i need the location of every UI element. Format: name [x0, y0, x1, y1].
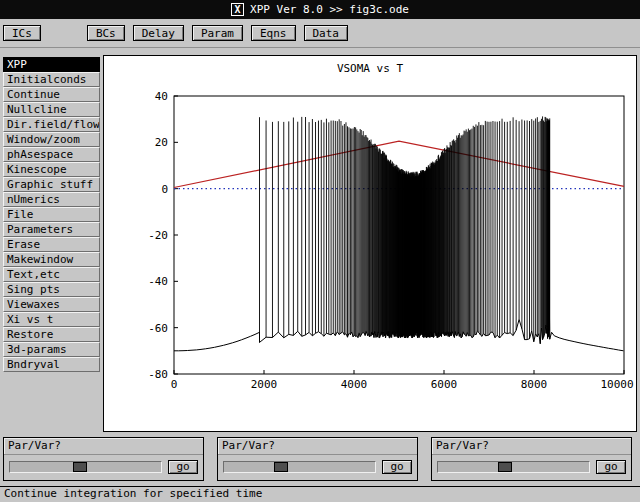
go-button-1[interactable]: go [168, 460, 198, 474]
menu-item-xpp[interactable]: XPP [3, 57, 100, 72]
menu-item-restore[interactable]: Restore [3, 327, 100, 342]
x-tick-label: 10000 [600, 378, 633, 391]
x-tick-label: 6000 [431, 378, 458, 391]
slider-row-3: go [432, 455, 631, 474]
plot-window: 020004000600080001000040200-20-40-60-80 … [103, 55, 637, 432]
y-tick-label: -20 [148, 229, 168, 242]
menu-item-file[interactable]: File [3, 207, 100, 222]
menu-item-text-etc[interactable]: Text,etc [3, 267, 100, 282]
menu-item-initialconds[interactable]: Initialconds [3, 72, 100, 87]
menu-item-xi-vs-t[interactable]: Xi vs t [3, 312, 100, 327]
go-button-3[interactable]: go [596, 460, 626, 474]
toolbar-button-bcs[interactable]: BCs [87, 25, 125, 41]
x-tick-label: 8000 [521, 378, 548, 391]
slider-row-2: go [218, 455, 417, 474]
parvar-field-3[interactable]: Par/Var? [432, 438, 631, 455]
slider-panel-2: Par/Var?go [217, 437, 418, 481]
plot-canvas[interactable]: 020004000600080001000040200-20-40-60-80 [104, 56, 636, 431]
menu-item-window-zoom[interactable]: Window/zoom [3, 132, 100, 147]
menu-item-viewaxes[interactable]: Viewaxes [3, 297, 100, 312]
menu-item-makewindow[interactable]: Makewindow [3, 252, 100, 267]
menu-item-nullcline[interactable]: Nullcline [3, 102, 100, 117]
plot-title: VSOMA vs T [104, 62, 636, 75]
menu-item-graphic-stuff[interactable]: Graphic stuff [3, 177, 100, 192]
x-tick-label: 2000 [251, 378, 278, 391]
toolbar-button-eqns[interactable]: Eqns [251, 25, 296, 41]
window-title: XPP Ver 8.0 >> fig3c.ode [250, 3, 409, 16]
toolbar: ICsBCsDelayParamEqnsData [0, 19, 640, 48]
y-tick-label: 40 [155, 90, 168, 103]
slider-row-1: go [4, 455, 203, 474]
x-tick-label: 4000 [341, 378, 368, 391]
main-menu: XPPInitialcondsContinueNullclineDir.fiel… [3, 57, 100, 372]
menu-item-numerics[interactable]: nUmerics [3, 192, 100, 207]
y-tick-label: -40 [148, 275, 168, 288]
parvar-field-1[interactable]: Par/Var? [4, 438, 203, 455]
slider-handle-2[interactable] [274, 462, 288, 472]
toolbar-button-ics[interactable]: ICs [3, 25, 41, 41]
menu-item-parameters[interactable]: Parameters [3, 222, 100, 237]
y-tick-label: -80 [148, 368, 168, 381]
status-bar: Continue integration for specified time [0, 486, 640, 502]
toolbar-button-delay[interactable]: Delay [133, 25, 184, 41]
slider-handle-3[interactable] [498, 462, 512, 472]
y-tick-label: 0 [161, 183, 168, 196]
slider-track-2[interactable] [223, 461, 376, 473]
menu-item-dir-field-flow[interactable]: Dir.field/flow [3, 117, 100, 132]
parameter-sliders: Par/Var?goPar/Var?goPar/Var?go [0, 437, 640, 481]
y-tick-label: 20 [155, 136, 168, 149]
toolbar-button-data[interactable]: Data [304, 25, 349, 41]
xpp-main-window: X XPP Ver 8.0 >> fig3c.ode ICsBCsDelayPa… [0, 0, 640, 502]
menu-item-erase[interactable]: Erase [3, 237, 100, 252]
x-tick-label: 0 [171, 378, 178, 391]
x11-logo-icon: X [231, 3, 244, 16]
slider-panel-3: Par/Var?go [431, 437, 632, 481]
titlebar: X XPP Ver 8.0 >> fig3c.ode [0, 0, 640, 19]
vsoma-spikes [260, 116, 550, 343]
menu-item-3d-params[interactable]: 3d-params [3, 342, 100, 357]
y-tick-label: -60 [148, 322, 168, 335]
menu-item-continue[interactable]: Continue [3, 87, 100, 102]
slider-track-3[interactable] [437, 461, 590, 473]
menu-item-sing-pts[interactable]: Sing pts [3, 282, 100, 297]
toolbar-button-param[interactable]: Param [192, 25, 243, 41]
menu-item-phasespace[interactable]: phAsespace [3, 147, 100, 162]
slider-panel-1: Par/Var?go [3, 437, 204, 481]
menu-item-kinescope[interactable]: Kinescope [3, 162, 100, 177]
slider-handle-1[interactable] [73, 462, 87, 472]
parvar-field-2[interactable]: Par/Var? [218, 438, 417, 455]
go-button-2[interactable]: go [382, 460, 412, 474]
menu-item-bndryval[interactable]: Bndryval [3, 357, 100, 372]
slider-track-1[interactable] [9, 461, 162, 473]
